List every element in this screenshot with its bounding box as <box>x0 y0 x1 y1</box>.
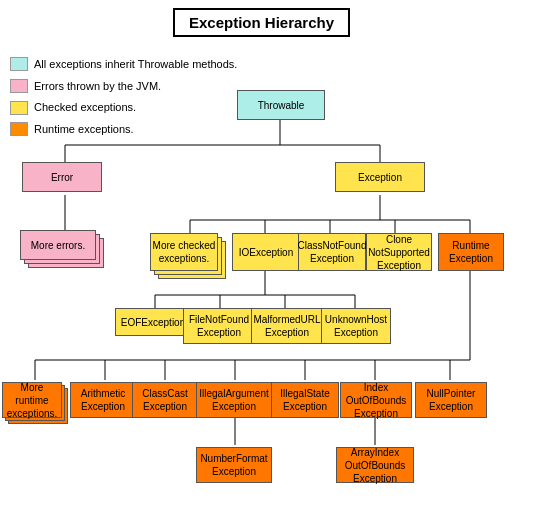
legend-color-orange <box>10 122 28 136</box>
node-classcast: ClassCast Exception <box>132 382 198 418</box>
legend-label-yellow: Checked exceptions. <box>34 98 136 117</box>
node-index-outofbounds: Index OutOfBounds Exception <box>340 382 412 418</box>
legend-item-yellow: Checked exceptions. <box>10 98 237 117</box>
node-nullpointer: NullPointer Exception <box>415 382 487 418</box>
legend-label-orange: Runtime exceptions. <box>34 120 134 139</box>
legend-item-pink: Errors thrown by the JVM. <box>10 77 237 96</box>
node-classnotfound: ClassNotFound Exception <box>298 233 366 271</box>
legend-label-pink: Errors thrown by the JVM. <box>34 77 161 96</box>
node-numberformat: NumberFormat Exception <box>196 447 272 483</box>
node-more-runtime: More runtime exceptions. <box>2 382 62 418</box>
node-arrayindex-outofbounds: ArrayIndex OutOfBounds Exception <box>336 447 414 483</box>
node-eof: EOFException <box>115 308 191 336</box>
legend-item-orange: Runtime exceptions. <box>10 120 237 139</box>
node-runtime: Runtime Exception <box>438 233 504 271</box>
node-unknownhost: UnknownHost Exception <box>321 308 391 344</box>
legend-color-pink <box>10 79 28 93</box>
node-more-checked: More checked exceptions. <box>150 233 218 271</box>
legend-color-cyan <box>10 57 28 71</box>
node-illegalstate: IllegalState Exception <box>271 382 339 418</box>
legend: All exceptions inherit Throwable methods… <box>10 55 237 142</box>
node-ioexception: IOException <box>232 233 300 271</box>
node-malformedurl: MalformedURL Exception <box>251 308 323 344</box>
legend-color-yellow <box>10 101 28 115</box>
node-exception: Exception <box>335 162 425 192</box>
node-arithmetic: Arithmetic Exception <box>70 382 136 418</box>
page-title: Exception Hierarchy <box>173 8 350 37</box>
node-illegalargument: IllegalArgument Exception <box>196 382 272 418</box>
legend-label-cyan: All exceptions inherit Throwable methods… <box>34 55 237 74</box>
node-error: Error <box>22 162 102 192</box>
node-throwable: Throwable <box>237 90 325 120</box>
node-more-errors: More errors. <box>20 230 96 260</box>
node-clone-notsupported: Clone NotSupported Exception <box>366 233 432 271</box>
node-filenotfound: FileNotFound Exception <box>183 308 255 344</box>
legend-item-cyan: All exceptions inherit Throwable methods… <box>10 55 237 74</box>
